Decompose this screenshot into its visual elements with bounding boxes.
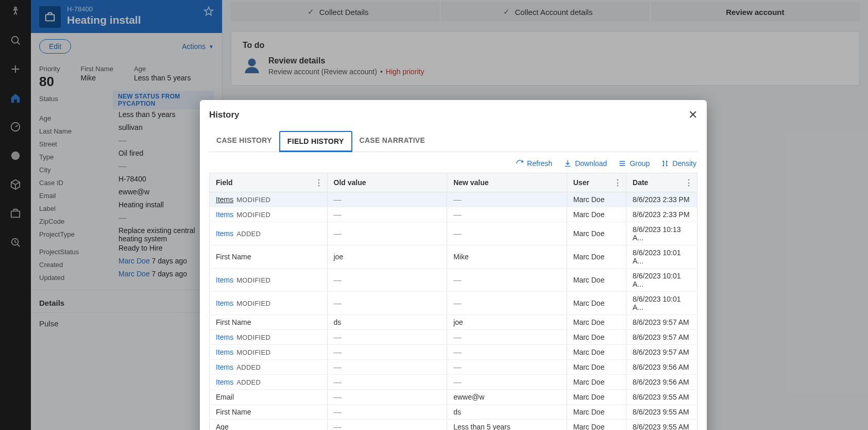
tab-case-narrative[interactable]: CASE NARRATIVE: [352, 131, 433, 152]
table-row[interactable]: First NamejoeMikeMarc Doe8/6/2023 10:01 …: [210, 245, 697, 269]
density-button[interactable]: Density: [661, 159, 696, 168]
col-date-header[interactable]: Date⋮: [626, 173, 697, 192]
cell-old-value: joe: [327, 245, 447, 269]
cell-old-value: ––: [327, 192, 447, 207]
cell-date: 8/6/2023 9:55 AM: [626, 405, 697, 420]
table-row[interactable]: ItemsMODIFIED––––Marc Doe8/6/2023 10:01 …: [210, 292, 697, 315]
cell-field: ItemsADDED: [210, 222, 328, 245]
cell-date: 8/6/2023 2:33 PM: [626, 207, 697, 222]
col-field-label: Field: [216, 178, 233, 187]
history-tabs: CASE HISTORY FIELD HISTORY CASE NARRATIV…: [209, 131, 697, 152]
change-tag: ADDED: [236, 230, 261, 238]
cell-date: 8/6/2023 10:13 A...: [626, 222, 697, 245]
col-new-header[interactable]: New value: [447, 173, 567, 192]
cell-date: 8/6/2023 10:01 A...: [626, 269, 697, 292]
col-field-header[interactable]: Field⋮: [210, 173, 328, 192]
field-link[interactable]: Items: [216, 229, 233, 238]
field-link[interactable]: Items: [216, 195, 233, 204]
cell-new-value: ––: [447, 269, 567, 292]
col-old-header[interactable]: Old value: [327, 173, 447, 192]
download-button[interactable]: Download: [564, 159, 607, 168]
cell-field: ItemsMODIFIED: [210, 269, 328, 292]
field-link[interactable]: Items: [216, 210, 233, 219]
field-link[interactable]: Items: [216, 378, 233, 386]
cell-date: 8/6/2023 9:57 AM: [626, 330, 697, 345]
table-row[interactable]: ItemsMODIFIED––––Marc Doe8/6/2023 2:33 P…: [210, 192, 697, 207]
cell-new-value: ––: [447, 207, 567, 222]
table-row[interactable]: ItemsMODIFIED––––Marc Doe8/6/2023 2:33 P…: [210, 207, 697, 222]
field-history-table: Field⋮ Old value New value User⋮ Date⋮ I…: [209, 173, 697, 430]
cell-field: First Name: [210, 405, 328, 420]
col-old-label: Old value: [334, 178, 366, 187]
cell-new-value: ––: [447, 292, 567, 315]
cell-new-value: Less than 5 years: [447, 420, 567, 431]
cell-old-value: ––: [327, 390, 447, 405]
cell-user: Marc Doe: [567, 207, 626, 222]
cell-user: Marc Doe: [567, 375, 626, 390]
cell-new-value: ds: [447, 405, 567, 420]
tab-case-history[interactable]: CASE HISTORY: [209, 131, 279, 152]
cell-old-value: ––: [327, 292, 447, 315]
cell-date: 8/6/2023 10:01 A...: [626, 292, 697, 315]
col-new-label: New value: [453, 178, 488, 187]
cell-new-value: joe: [447, 315, 567, 330]
col-user-header[interactable]: User⋮: [567, 173, 626, 192]
field-link[interactable]: Items: [216, 333, 233, 341]
cell-field: First Name: [210, 315, 328, 330]
close-button[interactable]: ✕: [688, 109, 697, 121]
table-row[interactable]: ItemsMODIFIED––––Marc Doe8/6/2023 10:01 …: [210, 269, 697, 292]
cell-new-value: ––: [447, 330, 567, 345]
table-row[interactable]: Age––Less than 5 yearsMarc Doe8/6/2023 9…: [210, 420, 697, 431]
cell-field: ItemsMODIFIED: [210, 292, 328, 315]
table-row[interactable]: First NamedsjoeMarc Doe8/6/2023 9:57 AM: [210, 315, 697, 330]
column-menu-icon[interactable]: ⋮: [315, 178, 323, 188]
refresh-button[interactable]: Refresh: [516, 159, 552, 168]
change-tag: ADDED: [236, 378, 261, 386]
column-menu-icon[interactable]: ⋮: [614, 178, 622, 188]
cell-user: Marc Doe: [567, 330, 626, 345]
cell-field: First Name: [210, 245, 328, 269]
cell-field: ItemsMODIFIED: [210, 207, 328, 222]
table-toolbar: Refresh Download Group Density: [210, 159, 696, 168]
tab-field-history[interactable]: FIELD HISTORY: [279, 131, 352, 152]
table-row[interactable]: ItemsADDED––––Marc Doe8/6/2023 9:56 AM: [210, 375, 697, 390]
table-row[interactable]: ItemsADDED––––Marc Doe8/6/2023 9:56 AM: [210, 360, 697, 375]
change-tag: MODIFIED: [236, 211, 270, 219]
cell-user: Marc Doe: [567, 269, 626, 292]
cell-field: Age: [210, 420, 328, 431]
cell-field: ItemsMODIFIED: [210, 192, 328, 207]
density-label: Density: [672, 159, 696, 168]
change-tag: MODIFIED: [236, 276, 270, 284]
cell-new-value: ––: [447, 222, 567, 245]
field-link[interactable]: Items: [216, 348, 233, 356]
field-link[interactable]: Items: [216, 299, 233, 307]
cell-new-value: ––: [447, 345, 567, 360]
cell-user: Marc Doe: [567, 315, 626, 330]
cell-user: Marc Doe: [567, 222, 626, 245]
history-modal: History ✕ CASE HISTORY FIELD HISTORY CAS…: [200, 100, 707, 430]
change-tag: MODIFIED: [236, 334, 270, 341]
cell-date: 8/6/2023 9:56 AM: [626, 360, 697, 375]
table-row[interactable]: ItemsMODIFIED––––Marc Doe8/6/2023 9:57 A…: [210, 345, 697, 360]
cell-user: Marc Doe: [567, 345, 626, 360]
cell-date: 8/6/2023 9:55 AM: [626, 390, 697, 405]
field-link[interactable]: Items: [216, 276, 233, 284]
change-tag: MODIFIED: [236, 196, 270, 204]
table-row[interactable]: Email––ewwe@wMarc Doe8/6/2023 9:55 AM: [210, 390, 697, 405]
group-button[interactable]: Group: [618, 159, 650, 168]
column-menu-icon[interactable]: ⋮: [685, 178, 693, 188]
refresh-label: Refresh: [527, 159, 552, 168]
field-link[interactable]: Items: [216, 363, 233, 371]
table-row[interactable]: ItemsADDED––––Marc Doe8/6/2023 10:13 A..…: [210, 222, 697, 245]
cell-old-value: ––: [327, 207, 447, 222]
download-label: Download: [575, 159, 607, 168]
cell-user: Marc Doe: [567, 360, 626, 375]
cell-user: Marc Doe: [567, 405, 626, 420]
table-row[interactable]: ItemsMODIFIED––––Marc Doe8/6/2023 9:57 A…: [210, 330, 697, 345]
cell-new-value: ––: [447, 192, 567, 207]
cell-field: ItemsMODIFIED: [210, 330, 328, 345]
cell-old-value: ––: [327, 222, 447, 245]
cell-field: ItemsMODIFIED: [210, 345, 328, 360]
cell-old-value: ––: [327, 420, 447, 431]
table-row[interactable]: First Name––dsMarc Doe8/6/2023 9:55 AM: [210, 405, 697, 420]
